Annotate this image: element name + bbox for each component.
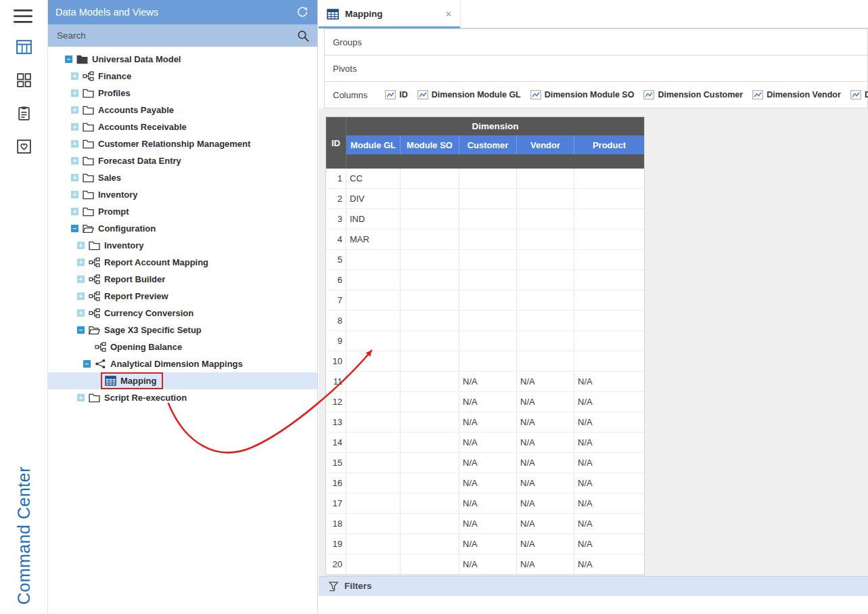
grid-cell[interactable]: N/A <box>517 372 574 391</box>
menu-button[interactable] <box>14 9 32 24</box>
grid-cell[interactable]: N/A <box>459 433 517 452</box>
column-header-vendor[interactable]: Vendor <box>517 135 574 154</box>
grid-cell[interactable]: N/A <box>517 412 574 432</box>
column-chip-dimension-vendor[interactable]: Dimension Vendor <box>752 90 841 100</box>
grid-cell[interactable] <box>574 290 644 310</box>
expand-plus-icon[interactable]: + <box>71 157 78 165</box>
grid-cell[interactable] <box>401 412 459 432</box>
grid-cell[interactable] <box>517 189 574 209</box>
expand-plus-icon[interactable]: + <box>71 72 78 80</box>
grid-cell[interactable]: DIV <box>346 189 401 209</box>
grid-cell[interactable] <box>346 453 401 473</box>
grid-cell[interactable]: N/A <box>574 494 644 513</box>
grid-cell[interactable]: N/A <box>459 473 517 493</box>
tree-item-sales[interactable]: +Sales <box>47 169 317 186</box>
expand-plus-icon[interactable]: + <box>71 123 78 131</box>
tree-item-inventory[interactable]: +Inventory <box>47 237 317 254</box>
tree-item-mapping[interactable]: Mapping <box>47 372 317 389</box>
grid-cell[interactable] <box>574 169 644 188</box>
grid-cell[interactable] <box>346 372 401 391</box>
tree-item-report-builder[interactable]: +Report Builder <box>47 271 317 288</box>
tree-item-report-preview[interactable]: +Report Preview <box>47 288 317 305</box>
grid-cell[interactable] <box>346 331 401 351</box>
grid-cell[interactable] <box>401 473 459 493</box>
grid-cell[interactable] <box>517 351 574 371</box>
grid-cell[interactable]: N/A <box>517 534 574 554</box>
grid-cell[interactable] <box>346 514 401 533</box>
grid-cell[interactable] <box>459 331 517 351</box>
column-chip-id[interactable]: ID <box>385 90 408 100</box>
collapse-minus-icon[interactable]: − <box>71 225 78 232</box>
grid-cell[interactable]: CC <box>346 169 401 188</box>
expand-plus-icon[interactable]: + <box>71 140 78 148</box>
grid-cell[interactable] <box>401 392 459 412</box>
grid-cell[interactable] <box>401 331 459 351</box>
grid-cell[interactable] <box>574 331 644 351</box>
grid-cell[interactable]: N/A <box>517 453 574 473</box>
grid-cell[interactable] <box>517 311 574 330</box>
column-chip-dimension-product[interactable]: Dimension Product <box>850 90 868 100</box>
grid-cell[interactable]: N/A <box>517 494 574 513</box>
band-header-dimension[interactable]: Dimension <box>346 117 644 135</box>
tree-item-finance[interactable]: +Finance <box>47 68 317 85</box>
expand-plus-icon[interactable]: + <box>71 208 78 215</box>
grid-cell[interactable]: MAR <box>346 229 401 249</box>
collapse-minus-icon[interactable]: − <box>77 326 85 334</box>
nav-tasks-button[interactable] <box>15 104 32 122</box>
tree-item-opening-balance[interactable]: Opening Balance <box>47 338 317 355</box>
grid-cell[interactable] <box>401 514 459 533</box>
grid-cell[interactable] <box>574 209 644 229</box>
pivots-bar[interactable]: Pivots <box>324 55 868 82</box>
grid-cell[interactable] <box>401 209 459 229</box>
grid-cell[interactable]: N/A <box>517 473 574 493</box>
tree-item-accounts-payable[interactable]: +Accounts Payable <box>47 102 317 118</box>
grid-cell[interactable] <box>459 311 517 330</box>
grid-cell[interactable] <box>401 229 459 249</box>
grid-cell[interactable] <box>401 372 459 391</box>
tree-item-inventory[interactable]: +Inventory <box>47 186 317 203</box>
nav-favorites-button[interactable] <box>15 137 32 155</box>
tab-mapping[interactable]: Mapping ✕ <box>319 0 461 28</box>
column-chip-dimension-module-gl[interactable]: Dimension Module GL <box>417 90 521 100</box>
grid-cell[interactable]: N/A <box>574 372 644 391</box>
grid-cell[interactable] <box>517 169 574 188</box>
grid-cell[interactable] <box>574 250 644 269</box>
grid-cell[interactable] <box>346 494 401 513</box>
grid-cell[interactable] <box>401 270 459 290</box>
grid-cell[interactable] <box>401 554 459 574</box>
grid-cell[interactable] <box>401 189 459 209</box>
tree-item-report-account-mapping[interactable]: +Report Account Mapping <box>47 254 317 271</box>
grid-cell[interactable]: N/A <box>459 372 517 391</box>
grid-cell[interactable] <box>574 189 644 209</box>
grid-cell[interactable] <box>401 169 459 188</box>
grid-cell[interactable] <box>459 209 517 229</box>
groups-bar[interactable]: Groups <box>324 28 868 56</box>
grid-cell[interactable] <box>574 311 644 330</box>
grid-cell[interactable]: N/A <box>574 554 644 574</box>
grid-cell[interactable] <box>346 392 401 412</box>
grid-cell[interactable] <box>346 473 401 493</box>
grid-cell[interactable] <box>401 494 459 513</box>
grid-cell[interactable]: N/A <box>574 453 644 473</box>
tree-item-analytical-dimension-mappings[interactable]: −Analytical Dimension Mappings <box>47 355 317 372</box>
grid-cell[interactable]: N/A <box>574 514 644 533</box>
search-input[interactable] <box>55 30 297 41</box>
grid-cell[interactable] <box>346 433 401 452</box>
grid-cell[interactable]: N/A <box>517 514 574 533</box>
grid-cell[interactable]: N/A <box>574 392 644 412</box>
grid-cell[interactable] <box>401 351 459 371</box>
column-header-customer[interactable]: Customer <box>459 135 517 154</box>
search-icon[interactable] <box>297 30 309 42</box>
tab-close-icon[interactable]: ✕ <box>445 9 452 19</box>
collapse-minus-icon[interactable]: − <box>65 56 72 63</box>
tree-item-currency-conversion[interactable]: +Currency Conversion <box>47 305 317 322</box>
tree-item-script-re-execution[interactable]: +Script Re-execution <box>47 389 317 406</box>
grid-cell[interactable] <box>574 270 644 290</box>
grid-cell[interactable] <box>574 351 644 371</box>
expand-plus-icon[interactable]: + <box>71 89 78 97</box>
grid-cell[interactable]: N/A <box>459 453 517 473</box>
grid-cell[interactable]: N/A <box>459 514 517 533</box>
collapse-minus-icon[interactable]: − <box>83 360 91 368</box>
grid-cell[interactable] <box>517 229 574 249</box>
columns-bar[interactable]: Columns IDDimension Module GLDimension M… <box>324 81 868 108</box>
